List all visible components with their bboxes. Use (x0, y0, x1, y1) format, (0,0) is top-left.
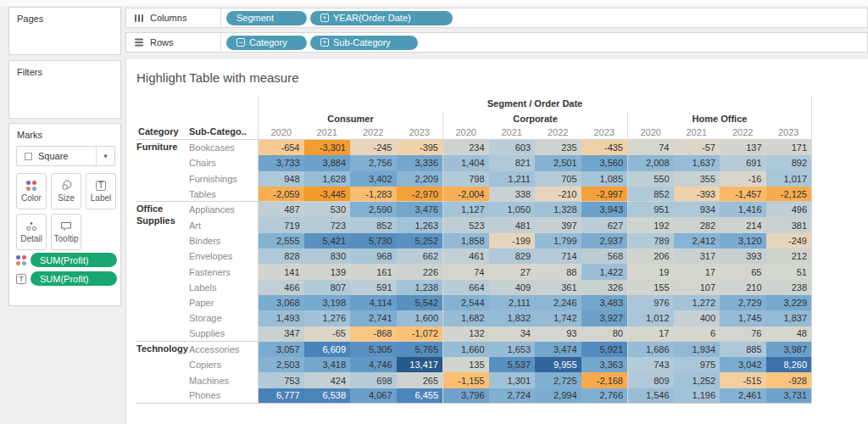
table-cell[interactable]: 76 (720, 326, 766, 342)
category-label[interactable]: Technology (136, 342, 187, 404)
table-cell[interactable]: 798 (442, 171, 489, 187)
table-cell[interactable]: 3,796 (442, 388, 489, 404)
table-cell[interactable]: 3,057 (258, 342, 304, 357)
table-cell[interactable]: 338 (489, 187, 536, 202)
table-cell[interactable]: 1,404 (442, 155, 489, 170)
table-cell[interactable]: 1,546 (627, 388, 674, 404)
table-cell[interactable]: 2,503 (258, 357, 304, 372)
table-cell[interactable]: 107 (674, 280, 721, 295)
table-cell[interactable]: -654 (258, 140, 304, 155)
table-cell[interactable]: 132 (442, 326, 489, 342)
table-cell[interactable]: 13,417 (397, 357, 443, 372)
table-cell[interactable]: 830 (304, 248, 351, 264)
table-cell[interactable]: 74 (442, 264, 489, 279)
table-cell[interactable]: 2,209 (397, 171, 443, 187)
table-cell[interactable]: 1,328 (535, 202, 581, 217)
table-cell[interactable]: 317 (674, 248, 721, 264)
category-column-header[interactable]: Category (136, 126, 187, 140)
table-cell[interactable]: 968 (350, 248, 397, 264)
table-cell[interactable]: 698 (350, 372, 397, 388)
table-cell[interactable]: 80 (581, 326, 628, 342)
table-cell[interactable]: 1,252 (674, 372, 721, 388)
year-header[interactable]: 2023 (581, 126, 628, 140)
table-cell[interactable]: 1,017 (766, 171, 813, 187)
table-cell[interactable]: 821 (489, 155, 536, 170)
table-cell[interactable]: 2,544 (442, 295, 489, 310)
pill-segment[interactable]: Segment (226, 11, 307, 25)
subcategory-label[interactable]: Chairs (187, 155, 258, 170)
table-cell[interactable]: 6,455 (397, 388, 443, 404)
segment-header-home-office[interactable]: Home Office (627, 111, 812, 126)
table-cell[interactable]: 210 (720, 280, 766, 295)
table-cell[interactable]: 2,008 (627, 155, 674, 170)
table-cell[interactable]: 828 (258, 248, 304, 264)
table-cell[interactable]: 3,198 (304, 295, 351, 310)
table-cell[interactable]: 5,921 (581, 342, 628, 357)
table-cell[interactable]: 212 (766, 248, 813, 264)
year-header[interactable]: 2023 (397, 126, 443, 140)
table-cell[interactable]: -395 (397, 140, 443, 155)
table-cell[interactable]: 2,724 (489, 388, 536, 404)
table-cell[interactable]: 627 (581, 217, 628, 232)
table-cell[interactable]: 282 (674, 217, 721, 232)
table-cell[interactable]: 1,637 (674, 155, 721, 170)
table-cell[interactable]: 139 (304, 264, 351, 279)
table-cell[interactable]: -3,301 (304, 140, 351, 155)
subcategory-label[interactable]: Bookcases (187, 140, 258, 155)
table-cell[interactable]: 1,301 (489, 372, 536, 388)
subcategory-label[interactable]: Accessories (187, 342, 258, 357)
table-cell[interactable]: 2,937 (581, 233, 628, 248)
segment-header-consumer[interactable]: Consumer (258, 111, 442, 126)
table-cell[interactable]: 1,653 (489, 342, 536, 357)
table-cell[interactable]: 1,682 (442, 310, 489, 326)
table-cell[interactable]: 934 (674, 202, 721, 217)
table-cell[interactable]: -199 (489, 233, 536, 248)
table-cell[interactable]: 51 (766, 264, 813, 279)
size-button[interactable]: Size (51, 173, 81, 209)
table-cell[interactable]: 976 (627, 295, 674, 310)
table-cell[interactable]: 1,832 (489, 310, 536, 326)
pill-category[interactable]: − Category (226, 36, 307, 50)
table-cell[interactable]: 1,276 (304, 310, 351, 326)
table-cell[interactable]: 6,538 (304, 388, 351, 404)
table-cell[interactable]: 2,461 (720, 388, 766, 404)
table-cell[interactable]: 347 (258, 326, 304, 342)
table-cell[interactable]: -2,997 (581, 187, 628, 202)
table-cell[interactable]: 714 (535, 248, 581, 264)
table-cell[interactable]: -1,283 (350, 187, 397, 202)
table-cell[interactable]: 9,955 (535, 357, 581, 372)
table-cell[interactable]: 88 (535, 264, 581, 279)
chevron-down-icon[interactable]: ▾ (96, 147, 114, 165)
table-cell[interactable]: 135 (442, 357, 489, 372)
table-cell[interactable]: 466 (258, 280, 304, 295)
table-cell[interactable]: 235 (535, 140, 581, 155)
table-cell[interactable]: 743 (627, 357, 674, 372)
table-cell[interactable]: 2,111 (489, 295, 536, 310)
table-cell[interactable]: 6 (674, 326, 721, 342)
table-cell[interactable]: 662 (397, 248, 443, 264)
subcategory-label[interactable]: Binders (187, 233, 258, 248)
table-cell[interactable]: 3,120 (720, 233, 766, 248)
table-cell[interactable]: 48 (766, 326, 813, 342)
table-cell[interactable]: -393 (674, 187, 721, 202)
table-cell[interactable]: 2,501 (535, 155, 581, 170)
table-cell[interactable]: 892 (766, 155, 813, 170)
table-cell[interactable]: 192 (627, 217, 674, 232)
table-cell[interactable]: 723 (304, 217, 351, 232)
table-cell[interactable]: -2,970 (397, 187, 443, 202)
table-cell[interactable]: 393 (720, 248, 766, 264)
segment-header-corporate[interactable]: Corporate (442, 111, 627, 126)
table-cell[interactable]: -928 (766, 372, 813, 388)
table-cell[interactable]: 6,777 (258, 388, 304, 404)
table-cell[interactable]: 2,246 (535, 295, 581, 310)
pill-sub-category[interactable]: + Sub-Category (310, 36, 418, 50)
table-cell[interactable]: -1,457 (720, 187, 766, 202)
table-cell[interactable]: 5,542 (397, 295, 443, 310)
table-cell[interactable]: 17 (627, 326, 674, 342)
filters-shelf[interactable]: Filters (8, 60, 121, 119)
subcategory-label[interactable]: Copiers (187, 357, 258, 372)
pages-shelf[interactable]: Pages (8, 7, 121, 55)
table-cell[interactable]: 852 (350, 217, 397, 232)
expand-plus-icon[interactable]: + (320, 14, 329, 22)
table-cell[interactable]: 591 (350, 280, 397, 295)
